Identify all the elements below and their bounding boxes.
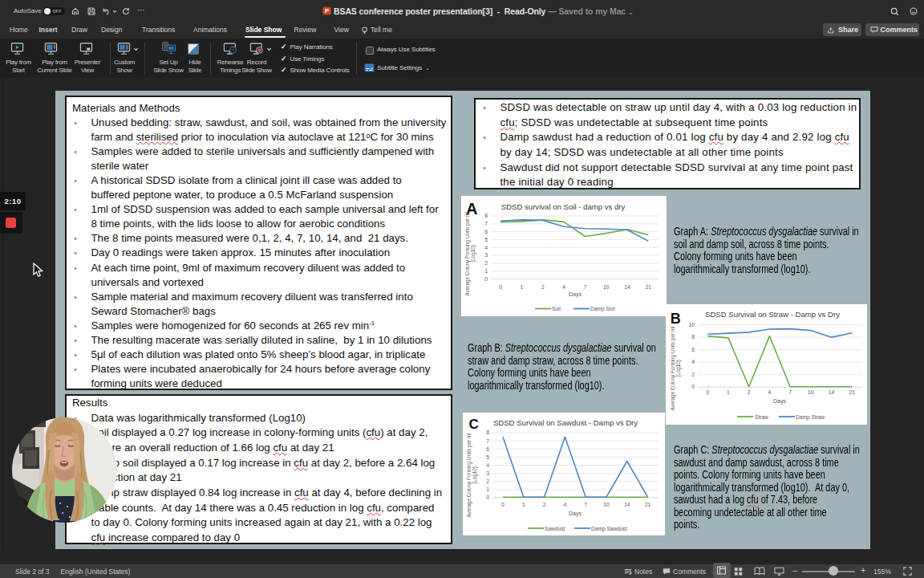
svg-text:1: 1 [727, 389, 730, 395]
svg-text:21: 21 [645, 502, 651, 507]
svg-text:C: C [469, 417, 479, 432]
svg-text:6: 6 [484, 229, 488, 234]
svg-text:10: 10 [688, 322, 695, 328]
svg-text:2: 2 [543, 502, 546, 507]
svg-text:Damp Straw: Damp Straw [796, 414, 825, 421]
svg-text:(Log10): (Log10) [675, 360, 682, 377]
svg-text:Damp Soil: Damp Soil [590, 306, 615, 312]
svg-text:1: 1 [484, 268, 488, 274]
svg-text:3: 3 [484, 252, 488, 258]
svg-text:0: 0 [499, 284, 502, 290]
svg-text:8: 8 [691, 334, 695, 340]
svg-text:2: 2 [691, 372, 695, 377]
svg-text:5: 5 [486, 454, 489, 460]
svg-text:1: 1 [522, 502, 525, 507]
svg-text:Days: Days [569, 511, 582, 517]
svg-text:4: 4 [691, 359, 695, 364]
svg-text:10: 10 [808, 389, 814, 395]
svg-text:Straw: Straw [755, 414, 768, 420]
svg-text:0: 0 [706, 389, 709, 395]
svg-text:Days: Days [773, 398, 786, 405]
svg-text:Sawdust: Sawdust [545, 526, 565, 531]
svg-text:Soil: Soil [552, 306, 561, 311]
svg-text:6: 6 [486, 446, 489, 452]
svg-text:4: 4 [562, 284, 565, 290]
svg-text:SDSD Survival on Straw - Damp: SDSD Survival on Straw - Damp vs Dry [705, 310, 840, 319]
svg-text:4: 4 [484, 245, 488, 250]
svg-text:0: 0 [501, 502, 505, 507]
svg-text:10: 10 [603, 284, 610, 290]
svg-text:2: 2 [486, 478, 489, 484]
svg-text:2: 2 [484, 260, 488, 266]
svg-text:SDSD Survival on Sawdust - Dam: SDSD Survival on Sawdust - Damp vs Dry [493, 418, 638, 427]
svg-text:7: 7 [788, 389, 792, 395]
svg-text:SDSD survival on Soil - damp v: SDSD survival on Soil - damp vs dry [501, 202, 626, 211]
svg-text:Days: Days [569, 291, 582, 298]
svg-text:4: 4 [486, 462, 489, 468]
svg-text:7: 7 [584, 502, 587, 507]
svg-text:1: 1 [521, 284, 524, 290]
svg-text:1: 1 [486, 486, 489, 492]
svg-text:6: 6 [691, 347, 695, 352]
svg-text:21: 21 [646, 284, 652, 290]
svg-text:2: 2 [748, 389, 751, 395]
svg-text:7: 7 [486, 438, 489, 444]
svg-text:3: 3 [486, 470, 489, 476]
svg-text:8: 8 [486, 429, 489, 435]
svg-text:0: 0 [691, 384, 695, 389]
svg-text:0: 0 [486, 495, 489, 500]
svg-text:Damp Sawdust: Damp Sawdust [591, 526, 627, 532]
svg-text:7: 7 [484, 221, 488, 226]
svg-text:(Log10): (Log10) [472, 466, 478, 484]
svg-text:2: 2 [541, 284, 545, 290]
svg-text:(Log10): (Log10) [470, 245, 476, 263]
svg-text:10: 10 [603, 502, 610, 507]
svg-text:7: 7 [584, 284, 587, 290]
svg-text:21: 21 [849, 389, 855, 395]
svg-text:4: 4 [564, 502, 567, 507]
svg-text:B: B [671, 311, 681, 327]
svg-text:5: 5 [484, 237, 488, 242]
svg-text:14: 14 [829, 389, 835, 395]
svg-text:P: P [325, 7, 329, 14]
svg-text:14: 14 [624, 284, 630, 290]
svg-text:14: 14 [624, 502, 630, 507]
svg-text:0: 0 [484, 276, 488, 282]
svg-text:4: 4 [768, 389, 772, 395]
svg-text:8: 8 [484, 213, 488, 218]
